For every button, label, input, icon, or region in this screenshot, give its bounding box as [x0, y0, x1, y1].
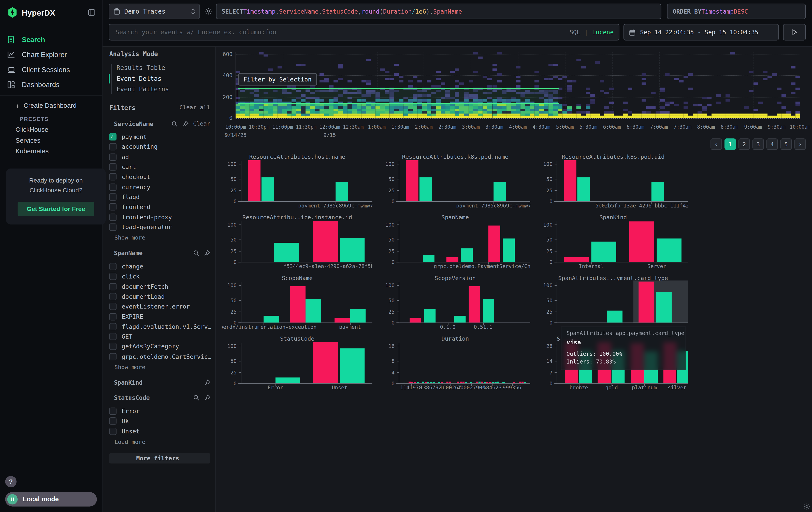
inlier-bar[interactable]: [419, 178, 432, 201]
filter-option-documentFetch[interactable]: documentFetch: [109, 281, 210, 292]
load-more-link[interactable]: Load more: [109, 437, 210, 447]
outlier-bar[interactable]: [629, 221, 654, 262]
filter-option-change[interactable]: change: [109, 262, 210, 272]
inlier-bar[interactable]: [336, 182, 348, 201]
inlier-bar[interactable]: [423, 255, 435, 262]
filter-option-cart[interactable]: cart: [109, 162, 210, 172]
pagination-prev[interactable]: ‹: [710, 138, 722, 150]
delta-chart-ResourceAttribu..ice.instance.id[interactable]: ResourceAttribu..ice.instance.id10050250…: [222, 214, 372, 269]
pagination-page-3[interactable]: 3: [752, 138, 764, 150]
outlier-bar[interactable]: [564, 257, 589, 262]
outlier-bar[interactable]: [335, 318, 350, 322]
outlier-bar[interactable]: [406, 160, 418, 201]
filter-group-header[interactable]: SpanName: [109, 249, 210, 257]
pin-icon[interactable]: [204, 250, 210, 257]
clear-group-button[interactable]: Clear: [193, 120, 210, 127]
filter-option-flagd[interactable]: flagd: [109, 192, 210, 202]
filter-option-frontend[interactable]: frontend: [109, 202, 210, 212]
show-more-link[interactable]: Show more: [109, 362, 210, 372]
delta-chart-ResourceAttributes.k8s.pod.uid[interactable]: ResourceAttributes.k8s.pod.uid100502505e…: [538, 153, 688, 208]
filter-group-header[interactable]: SpanKind: [109, 379, 210, 387]
create-dashboard-button[interactable]: + Create Dashboard: [0, 100, 102, 111]
filter-by-selection-button[interactable]: Filter by Selection: [238, 73, 317, 85]
filter-option-payment[interactable]: payment: [109, 132, 210, 142]
delta-chart-ResourceAttributes.host.name[interactable]: ResourceAttributes.host.name10050250paym…: [222, 153, 372, 208]
pagination-page-5[interactable]: 5: [780, 138, 792, 150]
select-clause-input[interactable]: SELECT Timestamp, ServiceName, StatusCod…: [216, 4, 661, 19]
inlier-bar[interactable]: [461, 248, 473, 262]
search-icon[interactable]: [193, 395, 199, 401]
pagination-next[interactable]: ›: [794, 138, 806, 150]
analysis-mode-results-table[interactable]: Results Table: [115, 63, 210, 74]
analysis-mode-event-deltas[interactable]: Event Deltas: [115, 74, 210, 84]
inlier-bar[interactable]: [340, 238, 365, 262]
help-button[interactable]: ?: [5, 476, 17, 487]
inlier-bar[interactable]: [274, 243, 299, 262]
inlier-bar[interactable]: [503, 238, 515, 262]
inlier-bar[interactable]: [340, 348, 365, 383]
filter-option-Ok[interactable]: Ok: [109, 416, 210, 426]
heatmap-selection[interactable]: [238, 88, 559, 104]
outlier-bar[interactable]: [638, 281, 654, 323]
inlier-bar[interactable]: [262, 178, 274, 201]
sidebar-collapse-icon[interactable]: [88, 8, 96, 17]
inlier-bar[interactable]: [483, 299, 494, 323]
toggle-sql[interactable]: SQL: [570, 28, 580, 36]
delta-chart-SpanKind[interactable]: SpanKind10050250InternalServer: [538, 214, 688, 269]
pin-icon[interactable]: [182, 120, 188, 127]
search-input[interactable]: [115, 28, 570, 36]
analysis-mode-event-patterns[interactable]: Event Patterns: [115, 84, 210, 95]
outlier-bar[interactable]: [446, 257, 458, 262]
filter-option-click[interactable]: click: [109, 272, 210, 281]
search-icon[interactable]: [171, 120, 178, 127]
nav-item-client-sessions[interactable]: Client Sessions: [0, 62, 102, 77]
filter-option-checkout[interactable]: checkout: [109, 172, 210, 182]
delta-chart-StatusCode[interactable]: StatusCode10050250ErrorUnset: [222, 335, 372, 390]
filter-option-flagd.evaluation.v1.Serv…[interactable]: flagd.evaluation.v1.Serv…: [109, 322, 210, 332]
filter-option-getAdsByCategory[interactable]: getAdsByCategory: [109, 342, 210, 352]
pagination-page-4[interactable]: 4: [766, 138, 778, 150]
pagination-page-2[interactable]: 2: [738, 138, 750, 150]
filter-option-documentLoad[interactable]: documentLoad: [109, 292, 210, 302]
outlier-bar[interactable]: [488, 226, 500, 262]
filter-option-grpc.oteldemo.CartServic…[interactable]: grpc.oteldemo.CartServic…: [109, 351, 210, 361]
inlier-bar[interactable]: [264, 316, 280, 322]
pin-icon[interactable]: [204, 380, 210, 386]
sidebar-item-kubernetes[interactable]: Kubernetes: [0, 145, 102, 157]
inlier-bar[interactable]: [306, 299, 321, 323]
sidebar-item-clickhouse[interactable]: ClickHouse: [0, 124, 102, 135]
inlier-bar[interactable]: [591, 241, 616, 262]
inlier-bar[interactable]: [494, 182, 506, 201]
filter-option-eventListener.error[interactable]: eventListener.error: [109, 302, 210, 312]
outlier-bar[interactable]: [564, 160, 576, 201]
get-started-button[interactable]: Get Started for Free: [18, 202, 94, 216]
filter-option-Unset[interactable]: Unset: [109, 426, 210, 436]
filter-option-accounting[interactable]: accounting: [109, 142, 210, 152]
filter-option-frontend-proxy[interactable]: frontend-proxy: [109, 212, 210, 222]
outlier-bar[interactable]: [313, 342, 338, 383]
run-query-button[interactable]: [783, 24, 806, 41]
filter-group-header[interactable]: ServiceNameClear: [109, 119, 210, 128]
delta-chart-SpanName[interactable]: SpanName10050250grpc.oteldemo.PaymentSer…: [380, 214, 530, 269]
filter-option-Error[interactable]: Error: [109, 406, 210, 416]
delta-chart-Duration[interactable]: Duration16840114197813867921600267200027…: [380, 335, 530, 390]
inlier-bar[interactable]: [657, 238, 682, 262]
outlier-bar[interactable]: [290, 287, 306, 323]
inlier-bar[interactable]: [454, 316, 465, 322]
toggle-lucene[interactable]: Lucene: [592, 28, 614, 36]
filter-option-load-generator[interactable]: load-generator: [109, 222, 210, 232]
outlier-bar[interactable]: [313, 221, 338, 262]
account-menu[interactable]: U Local mode: [5, 492, 97, 507]
inlier-bar[interactable]: [656, 292, 672, 323]
filter-group-header[interactable]: StatusCode: [109, 394, 210, 402]
source-select[interactable]: Demo Traces: [109, 4, 200, 19]
filter-option-currency[interactable]: currency: [109, 182, 210, 192]
delta-chart-ScopeVersion[interactable]: ScopeVersion100502500.1.00.51.1: [380, 275, 530, 329]
events-heatmap[interactable]: 6004002000Filter by Selection: [236, 52, 800, 118]
settings-gear-icon[interactable]: [803, 503, 810, 510]
source-settings-gear-icon[interactable]: [205, 7, 212, 15]
delta-chart-SpanAttributes...yment.card_type[interactable]: SpanAttributes...yment.card_type10050250: [538, 275, 688, 329]
pin-icon[interactable]: [204, 395, 210, 401]
more-filters-button[interactable]: More filters: [109, 453, 210, 464]
outlier-bar[interactable]: [469, 287, 480, 323]
